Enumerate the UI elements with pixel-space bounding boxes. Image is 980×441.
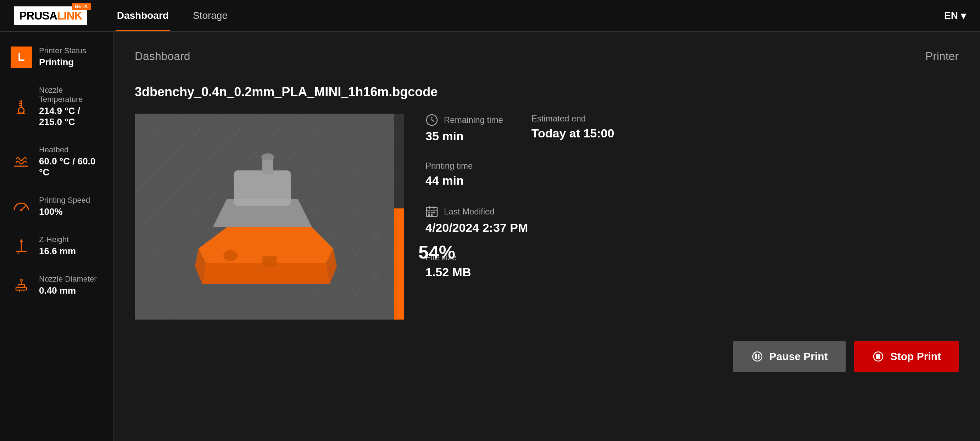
- printing-time-label: Printing time: [425, 161, 473, 171]
- page-section-label: Printer: [925, 50, 959, 63]
- page-header: Dashboard Printer: [135, 50, 959, 70]
- clock-icon: [425, 113, 438, 126]
- stop-icon: [872, 350, 885, 363]
- svg-point-8: [20, 209, 22, 211]
- info-row-time: Remaining time 35 min Estimated end Toda…: [425, 113, 959, 143]
- language-selector[interactable]: EN ▾: [944, 10, 966, 22]
- main-content: Dashboard Printer 3dbenchy_0.4n_0.2mm_PL…: [113, 32, 980, 441]
- print-preview: 54%: [135, 113, 404, 320]
- file-size-value: 1.52 MB: [425, 265, 471, 279]
- sidebar-item-nozzle-temp: Nozzle Temperature 214.9 °C / 215.0 °C: [11, 86, 102, 128]
- info-row-print-time: Printing time 44 min: [425, 161, 959, 187]
- logo-link: LINK: [57, 9, 82, 22]
- last-modified-header: Last Modified: [425, 205, 528, 218]
- sidebar-item-printer-status: L Printer Status Printing: [11, 46, 102, 68]
- nav-tabs: Dashboard Storage: [116, 0, 229, 31]
- logo-area: PRUSALINK BETA: [14, 6, 87, 25]
- print-area: 54% Remai: [135, 113, 959, 320]
- info-printing-time: Printing time 44 min: [425, 161, 473, 187]
- last-modified-label: Last Modified: [444, 207, 495, 217]
- progress-bar-container: [394, 113, 404, 320]
- progress-percentage: 54%: [418, 241, 455, 263]
- remaining-time-value: 35 min: [425, 129, 503, 143]
- nozzle-temp-icon: [11, 96, 32, 117]
- logo-box: PRUSALINK BETA: [14, 6, 87, 25]
- nozzle-diameter-label: Nozzle Diameter: [39, 275, 97, 284]
- action-buttons: Pause Print Stop Print: [135, 341, 959, 372]
- z-height-text: Z-Height 16.6 mm: [39, 235, 76, 257]
- pause-print-label: Pause Print: [769, 350, 828, 363]
- nozzle-diameter-value: 0.40 mm: [39, 285, 97, 296]
- svg-rect-46: [755, 354, 757, 359]
- info-remaining-time: Remaining time 35 min: [425, 113, 503, 143]
- svg-point-0: [18, 108, 24, 113]
- svg-rect-42: [433, 212, 435, 213]
- logo-prusa: PRUSA: [19, 9, 57, 22]
- grid-overlay: [135, 113, 404, 320]
- pause-print-button[interactable]: Pause Print: [733, 341, 846, 372]
- svg-point-18: [20, 279, 22, 281]
- sidebar-item-printing-speed: Printing Speed 100%: [11, 196, 102, 217]
- tab-storage[interactable]: Storage: [191, 0, 229, 31]
- printer-status-label: Printer Status: [39, 46, 86, 55]
- nozzle-temp-value: 214.9 °C / 215.0 °C: [39, 105, 102, 128]
- svg-rect-47: [758, 354, 759, 359]
- file-name: 3dbenchy_0.4n_0.2mm_PLA_MINI_1h16m.bgcod…: [135, 85, 959, 99]
- sidebar: L Printer Status Printing Nozzle Tempera…: [0, 32, 113, 441]
- speed-icon: [11, 196, 32, 217]
- info-estimated-end: Estimated end Today at 15:00: [531, 113, 614, 143]
- estimated-end-value: Today at 15:00: [531, 126, 614, 140]
- heatbed-label: Heatbed: [39, 145, 102, 155]
- progress-bar-fill: [394, 208, 404, 320]
- preview-background: [135, 113, 404, 320]
- printing-time-value: 44 min: [425, 174, 473, 187]
- z-height-icon: Z: [11, 235, 32, 257]
- svg-rect-24: [234, 171, 291, 206]
- estimated-end-header: Estimated end: [531, 113, 614, 123]
- chevron-down-icon: ▾: [961, 10, 966, 22]
- nozzle-temp-label: Nozzle Temperature: [39, 86, 102, 104]
- svg-marker-11: [19, 239, 23, 242]
- printer-status-text: Printer Status Printing: [39, 46, 86, 68]
- nozzle-diameter-text: Nozzle Diameter 0.40 mm: [39, 275, 97, 296]
- svg-point-26: [261, 153, 274, 160]
- info-last-modified: Last Modified 4/20/2024 2:37 PM: [425, 205, 528, 235]
- heatbed-icon: [11, 151, 32, 172]
- heatbed-text: Heatbed 60.0 °C / 60.0 °C: [39, 145, 102, 178]
- svg-rect-41: [431, 212, 433, 213]
- stop-print-label: Stop Print: [890, 350, 941, 363]
- z-height-label: Z-Height: [39, 235, 76, 244]
- z-height-value: 16.6 mm: [39, 246, 76, 257]
- estimated-end-label: Estimated end: [531, 113, 586, 123]
- nozzle-temp-text: Nozzle Temperature 214.9 °C / 215.0 °C: [39, 86, 102, 128]
- svg-point-29: [223, 250, 237, 261]
- calendar-icon: [425, 205, 438, 218]
- printer-status-value: Printing: [39, 57, 86, 68]
- last-modified-value: 4/20/2024 2:37 PM: [425, 221, 528, 235]
- sidebar-item-nozzle-diameter: Nozzle Diameter 0.40 mm: [11, 275, 102, 296]
- svg-text:Z: Z: [18, 250, 19, 254]
- language-label: EN: [944, 10, 958, 21]
- svg-rect-43: [428, 214, 430, 216]
- info-row-filesize: File size 1.52 MB: [425, 252, 959, 279]
- printing-speed-text: Printing Speed 100%: [39, 196, 90, 217]
- pause-icon: [751, 350, 764, 363]
- info-row-modified: Last Modified 4/20/2024 2:37 PM: [425, 205, 959, 235]
- printer-icon: L: [11, 46, 32, 68]
- svg-rect-49: [876, 355, 880, 359]
- printing-speed-label: Printing Speed: [39, 196, 90, 205]
- remaining-time-header: Remaining time: [425, 113, 503, 126]
- svg-rect-44: [431, 214, 433, 216]
- svg-point-45: [753, 352, 762, 361]
- printing-time-header: Printing time: [425, 161, 473, 171]
- main-layout: L Printer Status Printing Nozzle Tempera…: [0, 32, 980, 441]
- tab-dashboard[interactable]: Dashboard: [116, 0, 170, 31]
- sidebar-item-z-height: Z Z-Height 16.6 mm: [11, 235, 102, 257]
- page-title: Dashboard: [135, 50, 190, 63]
- remaining-time-label: Remaining time: [444, 115, 503, 125]
- stop-print-button[interactable]: Stop Print: [854, 341, 959, 372]
- nozzle-diameter-icon: [11, 275, 32, 296]
- heatbed-value: 60.0 °C / 60.0 °C: [39, 156, 102, 178]
- info-panel: Remaining time 35 min Estimated end Toda…: [425, 113, 959, 279]
- printing-speed-value: 100%: [39, 206, 90, 217]
